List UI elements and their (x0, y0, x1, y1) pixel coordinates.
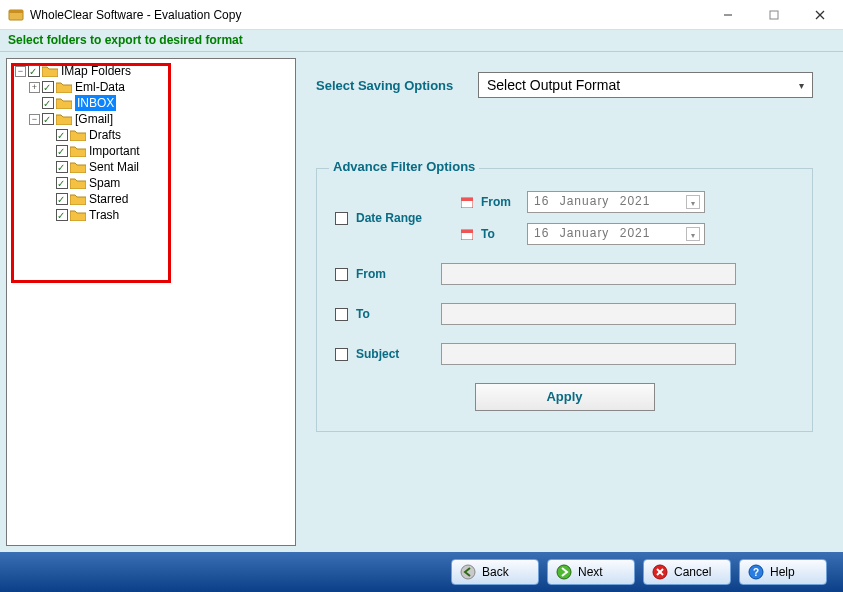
from-label: From (356, 267, 441, 281)
tree-node-spam[interactable]: Spam (43, 175, 295, 191)
to-date-label: To (481, 227, 519, 241)
folder-icon (70, 209, 86, 221)
apply-button[interactable]: Apply (475, 383, 655, 411)
folder-tree[interactable]: − IMap Folders + Eml-Data INBOX − (11, 63, 295, 223)
help-icon: ? (748, 564, 764, 580)
back-button[interactable]: Back (451, 559, 539, 585)
checkbox[interactable] (56, 145, 68, 157)
tree-label: Starred (89, 191, 128, 207)
tree-node-starred[interactable]: Starred (43, 191, 295, 207)
subject-filter-row: Subject (335, 343, 794, 365)
folder-icon (56, 97, 72, 109)
next-label: Next (578, 565, 603, 579)
bottom-nav-bar: Back Next Cancel ? Help (0, 552, 843, 592)
tree-label: INBOX (75, 95, 116, 111)
to-checkbox[interactable] (335, 308, 348, 321)
output-format-select[interactable]: Select Output Format ▾ (478, 72, 813, 98)
tree-node-important[interactable]: Important (43, 143, 295, 159)
chevron-down-icon: ▾ (799, 80, 804, 91)
tree-node-sent-mail[interactable]: Sent Mail (43, 159, 295, 175)
checkbox[interactable] (28, 65, 40, 77)
next-button[interactable]: Next (547, 559, 635, 585)
sub-header: Select folders to export to desired form… (0, 30, 843, 52)
date-range-checkbox[interactable] (335, 212, 348, 225)
from-input[interactable] (441, 263, 736, 285)
next-arrow-icon (556, 564, 572, 580)
folder-icon (56, 81, 72, 93)
tree-node-inbox[interactable]: INBOX (29, 95, 295, 111)
back-label: Back (482, 565, 509, 579)
tree-node-trash[interactable]: Trash (43, 207, 295, 223)
to-date-value: 16 January 2021 (534, 226, 650, 240)
titlebar: WholeClear Software - Evaluation Copy (0, 0, 843, 30)
from-date-value: 16 January 2021 (534, 194, 650, 208)
from-date-label: From (481, 195, 519, 209)
folder-tree-panel: − IMap Folders + Eml-Data INBOX − (6, 58, 296, 546)
close-button[interactable] (797, 0, 843, 29)
checkbox[interactable] (56, 209, 68, 221)
folder-icon (56, 113, 72, 125)
collapse-icon[interactable]: − (29, 114, 40, 125)
folder-icon (70, 129, 86, 141)
folder-icon (70, 177, 86, 189)
checkbox[interactable] (42, 81, 54, 93)
to-date-input[interactable]: 16 January 2021 ▾ (527, 223, 705, 245)
minimize-button[interactable] (705, 0, 751, 29)
from-date-input[interactable]: 16 January 2021 ▾ (527, 191, 705, 213)
tree-node-gmail[interactable]: − [Gmail] (29, 111, 295, 127)
help-label: Help (770, 565, 795, 579)
tree-label: Sent Mail (89, 159, 139, 175)
from-date-line: From 16 January 2021 ▾ (461, 191, 705, 213)
tree-node-drafts[interactable]: Drafts (43, 127, 295, 143)
folder-icon (70, 145, 86, 157)
checkbox[interactable] (56, 161, 68, 173)
dropdown-icon[interactable]: ▾ (686, 227, 700, 241)
checkbox[interactable] (56, 129, 68, 141)
tree-label: IMap Folders (61, 63, 131, 79)
svg-point-10 (461, 565, 475, 579)
expand-icon[interactable]: + (29, 82, 40, 93)
content-area: − IMap Folders + Eml-Data INBOX − (0, 52, 843, 552)
to-input[interactable] (441, 303, 736, 325)
options-panel: Select Saving Options Select Output Form… (296, 52, 843, 552)
help-button[interactable]: ? Help (739, 559, 827, 585)
window-title: WholeClear Software - Evaluation Copy (30, 8, 705, 22)
checkbox[interactable] (42, 113, 54, 125)
saving-options-row: Select Saving Options Select Output Form… (316, 72, 813, 98)
cancel-label: Cancel (674, 565, 711, 579)
svg-rect-3 (770, 11, 778, 19)
from-filter-row: From (335, 263, 794, 285)
output-format-value: Select Output Format (487, 77, 620, 93)
tree-node-root[interactable]: − IMap Folders (15, 63, 295, 79)
tree-node-eml-data[interactable]: + Eml-Data (29, 79, 295, 95)
filter-group-title: Advance Filter Options (329, 159, 479, 174)
subject-input[interactable] (441, 343, 736, 365)
back-arrow-icon (460, 564, 476, 580)
checkbox[interactable] (56, 193, 68, 205)
calendar-icon (461, 196, 473, 208)
dropdown-icon[interactable]: ▾ (686, 195, 700, 209)
tree-label: Trash (89, 207, 119, 223)
saving-options-label: Select Saving Options (316, 78, 466, 93)
cancel-icon (652, 564, 668, 580)
calendar-icon (461, 228, 473, 240)
tree-label: [Gmail] (75, 111, 113, 127)
folder-icon (70, 193, 86, 205)
checkbox[interactable] (42, 97, 54, 109)
subject-checkbox[interactable] (335, 348, 348, 361)
tree-label: Important (89, 143, 140, 159)
svg-text:?: ? (753, 567, 759, 578)
svg-rect-9 (461, 230, 473, 233)
svg-point-11 (557, 565, 571, 579)
maximize-button[interactable] (751, 0, 797, 29)
checkbox[interactable] (56, 177, 68, 189)
tree-label: Drafts (89, 127, 121, 143)
from-checkbox[interactable] (335, 268, 348, 281)
collapse-icon[interactable]: − (15, 66, 26, 77)
app-icon (8, 7, 24, 23)
to-label: To (356, 307, 441, 321)
folder-icon (42, 65, 58, 77)
cancel-button[interactable]: Cancel (643, 559, 731, 585)
tree-label: Spam (89, 175, 120, 191)
window-controls (705, 0, 843, 29)
